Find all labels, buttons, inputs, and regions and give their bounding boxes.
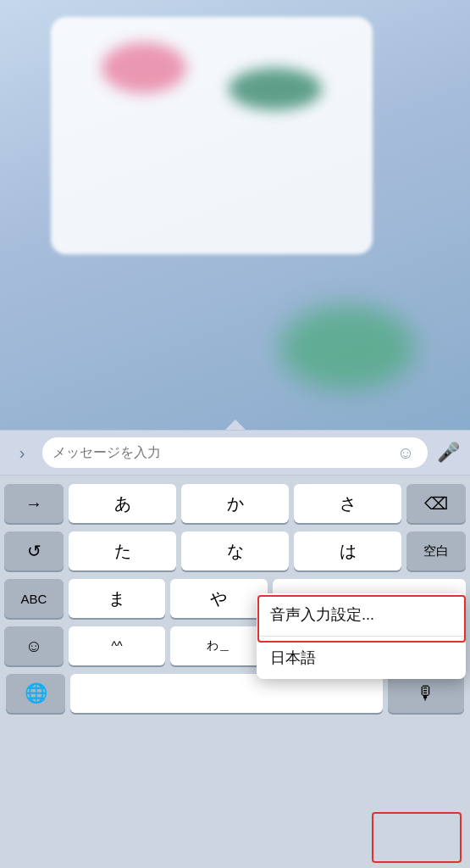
green-blob-2 — [279, 305, 415, 390]
key-ya-label: や — [210, 587, 227, 610]
key-emoji-icon: ☺ — [25, 637, 42, 656]
key-globe[interactable]: 🌐 — [6, 674, 65, 713]
keyboard-bottom-row: 🌐 🎙 — [4, 674, 466, 713]
key-ma-label: ま — [108, 587, 125, 610]
key-dakuten[interactable]: ^^ — [69, 626, 165, 665]
emoji-button[interactable]: ☺ — [394, 441, 417, 465]
message-input-wrap[interactable]: ☺ — [42, 437, 428, 468]
key-sa-label: さ — [340, 492, 357, 515]
emoji-icon: ☺ — [397, 443, 414, 463]
key-undo[interactable]: ↺ — [4, 531, 64, 570]
input-bar: › ☺ 🎤 — [0, 430, 470, 476]
key-ha-label: は — [340, 540, 357, 563]
globe-icon: 🌐 — [25, 682, 47, 704]
key-ta[interactable]: た — [69, 531, 176, 570]
mic-bottom-icon: 🎙 — [417, 682, 435, 704]
keyboard-row-1: → あ か さ ⌫ — [4, 484, 466, 523]
key-space-kana-label: 空白 — [423, 543, 449, 559]
key-arrow-label: → — [25, 494, 42, 514]
mic-button-top[interactable]: 🎤 — [434, 439, 462, 466]
key-na[interactable]: な — [181, 531, 289, 570]
key-backspace-icon: ⌫ — [424, 493, 448, 514]
key-space-kana[interactable]: 空白 — [406, 531, 466, 570]
key-dakuten-label: ^^ — [112, 639, 123, 653]
key-space[interactable] — [70, 674, 383, 713]
key-ma[interactable]: ま — [69, 579, 165, 618]
background-area — [0, 0, 470, 432]
popup-arrow — [225, 420, 246, 430]
key-backspace[interactable]: ⌫ — [406, 484, 466, 523]
expand-button[interactable]: › — [8, 439, 36, 466]
dropdown-japanese-label: 日本語 — [270, 649, 316, 666]
dropdown-voice-label: 音声入力設定... — [270, 606, 374, 623]
key-wa[interactable]: わ＿ — [170, 626, 267, 665]
green-blob — [229, 68, 322, 110]
key-abc-label: ABC — [21, 592, 47, 606]
message-input[interactable] — [53, 445, 394, 460]
key-a[interactable]: あ — [69, 484, 176, 523]
blurred-card — [51, 17, 373, 254]
key-ta-label: た — [114, 540, 131, 563]
key-wa-label: わ＿ — [207, 638, 230, 654]
key-arrow[interactable]: → — [4, 484, 64, 523]
mic-icon-top: 🎤 — [437, 442, 460, 464]
dropdown-item-japanese[interactable]: 日本語 — [257, 637, 466, 679]
expand-icon: › — [19, 443, 25, 463]
pink-blob — [102, 42, 186, 93]
key-ka[interactable]: か — [181, 484, 289, 523]
dropdown-menu: 音声入力設定... 日本語 — [257, 593, 466, 679]
key-mic-bottom[interactable]: 🎙 — [388, 674, 464, 713]
key-na-label: な — [227, 540, 244, 563]
dropdown-item-voice-setting[interactable]: 音声入力設定... — [257, 593, 466, 637]
key-emoji[interactable]: ☺ — [4, 626, 64, 665]
key-sa[interactable]: さ — [294, 484, 401, 523]
key-ya[interactable]: や — [170, 579, 267, 618]
key-ka-label: か — [227, 492, 244, 515]
key-undo-icon: ↺ — [27, 541, 41, 561]
key-abc[interactable]: ABC — [4, 579, 64, 618]
key-ha[interactable]: は — [294, 531, 401, 570]
keyboard-row-2: ↺ た な は 空白 — [4, 531, 466, 570]
key-a-label: あ — [114, 492, 131, 515]
